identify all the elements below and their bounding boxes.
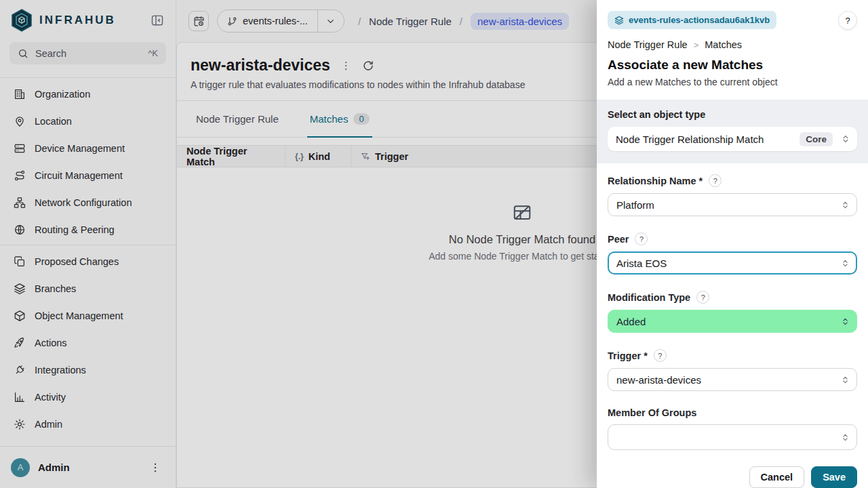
member-of-groups-select[interactable] <box>608 424 857 450</box>
chevron-right-separator: > <box>694 40 699 50</box>
field-member-of-groups: Member Of Groups <box>608 407 857 450</box>
select-updown-icon <box>841 375 850 384</box>
field-peer: Peer ? Arista EOS <box>608 232 857 274</box>
layers-icon <box>614 16 624 25</box>
field-value: Added <box>616 316 646 327</box>
help-icon[interactable]: ? <box>709 174 722 187</box>
trigger-select[interactable]: new-arista-devices <box>608 368 857 391</box>
field-trigger: Trigger * ? new-arista-devices <box>608 349 857 391</box>
peer-select[interactable]: Arista EOS <box>608 251 857 274</box>
drawer-breadcrumb: Node Trigger Rule > Matches <box>608 39 857 50</box>
branch-badge-label: events-rules-actionsadau6ak1kvb <box>629 15 770 25</box>
save-button[interactable]: Save <box>811 466 857 488</box>
select-updown-icon <box>841 317 850 326</box>
field-label: Modification Type <box>608 292 690 303</box>
field-relationship-name: Relationship Name * ? Platform <box>608 174 857 216</box>
select-updown-icon <box>841 433 850 442</box>
object-type-value: Node Trigger Relationship Match <box>616 134 764 145</box>
field-label: Peer <box>608 234 629 245</box>
help-icon[interactable]: ? <box>654 349 667 362</box>
help-button[interactable]: ? <box>838 11 857 30</box>
object-type-select[interactable]: Node Trigger Relationship Match Core <box>608 127 857 151</box>
select-updown-icon <box>841 259 850 268</box>
help-icon[interactable]: ? <box>635 232 648 245</box>
field-value: Platform <box>616 199 654 211</box>
infrahub-app: INFRAHUB Search ^K Organization Location <box>0 0 868 488</box>
drawer-subtitle: Add a new Matches to the current object <box>608 77 857 100</box>
branch-badge: events-rules-actionsadau6ak1kvb <box>608 11 776 29</box>
drawer-breadcrumb-current: Matches <box>705 39 742 50</box>
drawer-actions: Cancel Save <box>608 466 857 488</box>
field-label: Relationship Name * <box>608 176 703 186</box>
drawer-form: Relationship Name * ? Platform Peer ? Ar… <box>597 163 868 488</box>
cancel-button[interactable]: Cancel <box>749 466 805 488</box>
relationship-name-select[interactable]: Platform <box>608 193 857 216</box>
associate-matches-drawer: events-rules-actionsadau6ak1kvb ? Node T… <box>597 0 868 488</box>
field-modification-type: Modification Type ? Added <box>608 291 857 333</box>
drawer-title: Associate a new Matches <box>608 58 857 73</box>
drawer-breadcrumb-parent: Node Trigger Rule <box>608 39 688 50</box>
field-value: Arista EOS <box>616 258 667 269</box>
drawer-header: events-rules-actionsadau6ak1kvb ? Node T… <box>597 0 868 100</box>
help-icon[interactable]: ? <box>696 291 709 304</box>
field-label: Member Of Groups <box>608 407 696 418</box>
object-type-section: Select an object type Node Trigger Relat… <box>597 100 868 163</box>
select-updown-icon <box>841 201 850 209</box>
object-type-label: Select an object type <box>608 109 857 120</box>
select-updown-icon <box>841 134 850 144</box>
field-label: Trigger * <box>608 350 648 361</box>
field-value: new-arista-devices <box>616 374 701 386</box>
core-badge: Core <box>800 132 833 146</box>
modal-overlay[interactable] <box>0 0 597 488</box>
modification-type-select[interactable]: Added <box>608 310 857 333</box>
